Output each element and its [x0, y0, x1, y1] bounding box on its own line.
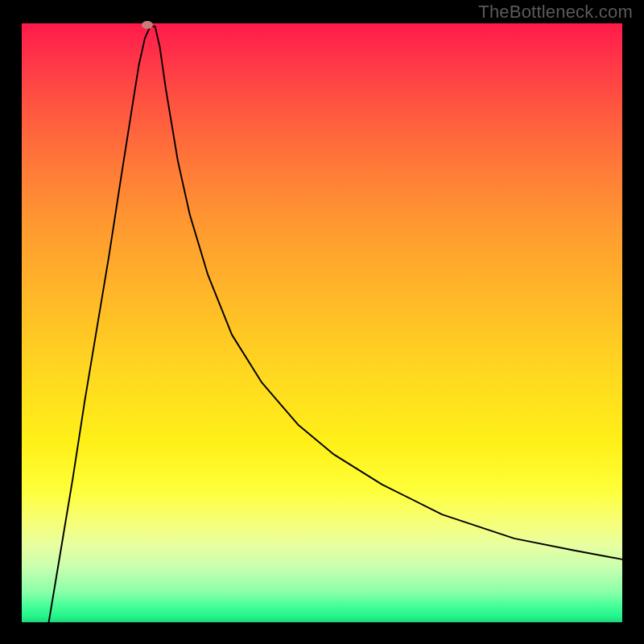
curve-path [49, 27, 622, 622]
plot-area [22, 23, 622, 622]
watermark-text: TheBottleneck.com [478, 2, 633, 23]
min-marker [142, 21, 153, 29]
chart-frame: TheBottleneck.com [0, 0, 644, 644]
curve-svg [22, 23, 622, 622]
